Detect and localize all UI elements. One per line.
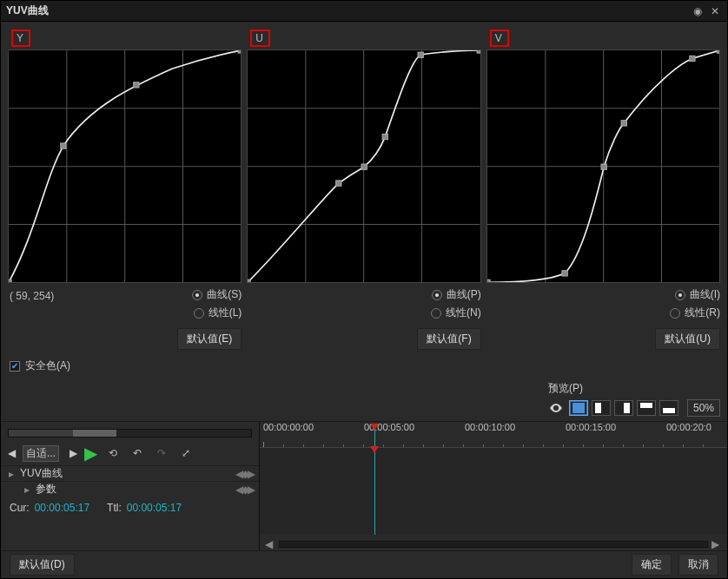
redo-icon[interactable]: ↷	[153, 447, 170, 459]
svg-rect-18	[361, 164, 367, 169]
svg-rect-30	[601, 164, 606, 169]
panel-y: Y ( 59, 254)	[8, 29, 242, 350]
time-ruler[interactable]: 00:00:00:00 00:00:05:00 00:00:10:00 00:0…	[260, 422, 727, 448]
radio-dot-icon	[192, 290, 202, 300]
scroll-left-icon[interactable]: ◀	[265, 538, 275, 550]
track-row-0[interactable]: ▸ YUV曲线 ◀◆▶	[1, 465, 259, 481]
next-icon[interactable]: ▶	[69, 447, 77, 459]
svg-rect-28	[487, 280, 490, 282]
graph-icon[interactable]: ⤢	[177, 447, 195, 459]
radio-curve-u[interactable]: 曲线(P)	[432, 287, 481, 302]
window-title: YUV曲线	[6, 3, 687, 18]
svg-rect-32	[689, 56, 694, 61]
cur-label: Cur:	[10, 502, 30, 514]
keyframe-nav-icon[interactable]: ◀◆▶	[235, 484, 254, 496]
curve-panels: Y ( 59, 254)	[1, 22, 727, 350]
play-icon[interactable]: ▶	[84, 443, 97, 464]
expand-icon[interactable]: ▸	[6, 468, 17, 480]
cancel-button[interactable]: 取消	[678, 554, 718, 576]
default-button-y[interactable]: 默认值(E)	[177, 328, 242, 350]
svg-rect-19	[382, 134, 387, 139]
preview-mode-split-v-icon[interactable]	[592, 400, 611, 416]
prev-icon[interactable]: ◀	[8, 447, 16, 459]
preview-mode-split-h2-icon[interactable]	[659, 400, 678, 416]
keyframe-nav-icon[interactable]: ◀◆▶	[235, 468, 254, 480]
loop-icon[interactable]: ⟲	[104, 447, 122, 459]
preview-mode-full-icon[interactable]	[569, 400, 588, 416]
svg-rect-29	[562, 271, 567, 276]
radio-linear-v[interactable]: 线性(R)	[670, 306, 720, 320]
panel-u-label: U	[250, 30, 270, 47]
radio-dot-icon	[670, 308, 680, 319]
fit-dropdown[interactable]: 自适...	[23, 445, 59, 462]
eye-icon[interactable]	[548, 403, 564, 413]
radio-linear-u[interactable]: 线性(N)	[431, 306, 481, 320]
expand-icon[interactable]: ▸	[22, 484, 32, 496]
radio-curve-y[interactable]: 曲线(S)	[192, 287, 242, 302]
ttl-value: 00:00:05:17	[127, 502, 182, 514]
cur-value: 00:00:05:17	[35, 502, 89, 514]
timeline-body[interactable]	[260, 448, 727, 535]
svg-rect-21	[478, 50, 480, 53]
radio-linear-y[interactable]: 线性(L)	[194, 306, 242, 320]
ttl-label: Ttl:	[107, 502, 122, 514]
svg-rect-7	[61, 143, 66, 148]
track-row-1[interactable]: ▸ 参数 ◀◆▶	[1, 481, 259, 497]
panel-v: V 曲线(I)	[486, 29, 720, 350]
svg-rect-33	[717, 50, 719, 53]
panel-y-label-row: Y	[8, 29, 242, 48]
ok-button[interactable]: 确定	[632, 554, 672, 576]
svg-rect-8	[134, 82, 139, 88]
panel-u: U 曲线(P)	[247, 29, 480, 350]
timeline-scrollbar[interactable]: ◀ ▶	[260, 538, 727, 550]
svg-rect-17	[336, 181, 341, 186]
footer: 默认值(D) 确定 取消	[1, 550, 727, 578]
default-button-v[interactable]: 默认值(U)	[655, 328, 720, 350]
radio-dot-icon	[675, 290, 685, 300]
safe-color-checkbox[interactable]: ✔	[10, 361, 20, 372]
preview-mode-split-v2-icon[interactable]	[614, 400, 633, 416]
radio-dot-icon	[432, 290, 442, 300]
overview-bar[interactable]	[8, 429, 252, 438]
scroll-right-icon[interactable]: ▶	[711, 538, 722, 550]
svg-rect-16	[248, 280, 250, 282]
preview-mode-split-h-icon[interactable]	[637, 400, 656, 416]
timeline: ◀ 自适... ▶ ▶ ⟲ ↶ ↷ ⤢ ▸ YUV曲线 ◀◆▶ ▸ 参数 ◀◆▶…	[1, 421, 727, 550]
help-icon[interactable]: ◉	[691, 4, 705, 18]
radio-curve-v[interactable]: 曲线(I)	[675, 287, 720, 302]
svg-rect-9	[238, 50, 241, 53]
curve-canvas-u[interactable]	[247, 49, 480, 283]
panel-y-label: Y	[11, 30, 30, 47]
svg-rect-6	[9, 280, 11, 282]
default-button-u[interactable]: 默认值(F)	[417, 328, 480, 350]
radio-dot-icon	[431, 308, 441, 319]
panel-v-label: V	[490, 30, 509, 47]
footer-default-button[interactable]: 默认值(D)	[10, 554, 75, 576]
titlebar: YUV曲线 ◉ ✕	[1, 1, 727, 22]
preview-zoom[interactable]: 50%	[687, 399, 720, 417]
coords-readout: ( 59, 254)	[8, 286, 169, 306]
curve-canvas-v[interactable]	[486, 49, 720, 283]
svg-rect-31	[621, 121, 626, 126]
radio-dot-icon	[194, 308, 204, 319]
playhead[interactable]	[374, 425, 375, 447]
undo-icon[interactable]: ↶	[129, 447, 146, 459]
curve-canvas-y[interactable]	[8, 49, 242, 283]
svg-rect-20	[418, 52, 423, 57]
close-icon[interactable]: ✕	[708, 4, 722, 18]
safe-color-label: 安全色(A)	[25, 359, 70, 373]
preview-label: 预览(P)	[548, 381, 583, 396]
